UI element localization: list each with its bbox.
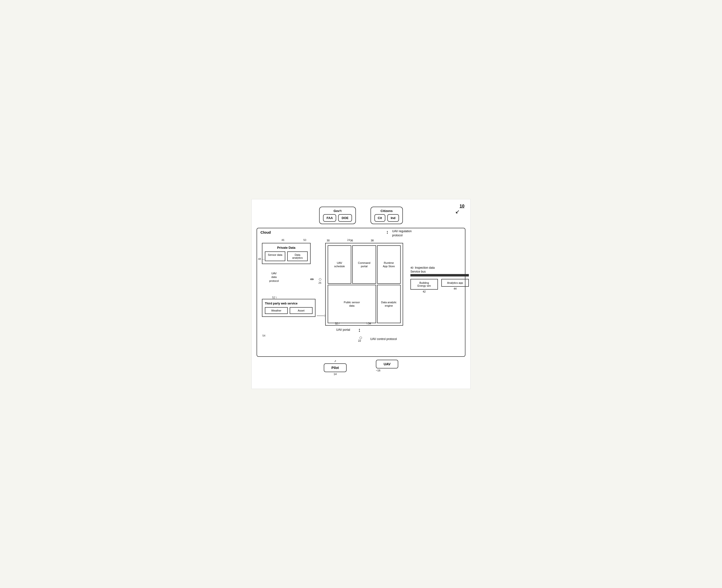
- pilot-box: Pilot: [324, 363, 347, 372]
- uav-reg-label: UAV regulationprotocol: [392, 229, 412, 237]
- citizens-boxes: Cit Ind: [374, 214, 399, 222]
- data-analytics-box: Data analytics: [287, 251, 308, 261]
- service-bus-line: [410, 274, 469, 276]
- ref-22: 22: [358, 339, 361, 342]
- cit-box: Cit: [374, 214, 385, 222]
- portal-ref-30: 30: [327, 239, 330, 242]
- analytics-app-col: Analytics app 44: [441, 279, 469, 293]
- asset-box: Asset: [290, 307, 313, 314]
- uav-reg-arrow: ↕: [386, 229, 389, 235]
- uav-data-protocol-label: UAVdataprotocol: [269, 272, 279, 283]
- pilot-ref: 14: [324, 373, 347, 376]
- third-party-title: Third party web service: [265, 302, 313, 305]
- faa-box: FAA: [323, 214, 336, 222]
- data-analytic-engine-cell: Data analyticengine: [377, 285, 401, 323]
- service-bus-area: 40 Inspection data Service bus BuildingE…: [410, 266, 469, 293]
- uav-control-label: UAV control protocol: [370, 337, 397, 341]
- ref-24: 24: [347, 238, 350, 241]
- top-entities-container: Gov't FAA DOE Citizens Cit Ind: [256, 207, 466, 224]
- private-data-inner: Sensor data Data analytics: [265, 251, 308, 261]
- analytics-app-box: Analytics app: [441, 279, 469, 287]
- private-data-box: Private Data Sensor data Data analytics: [262, 243, 311, 264]
- circle-connector-2: [359, 337, 362, 339]
- uav-box: UAV: [376, 360, 398, 369]
- bottom-entities: ↗ Pilot 14 UAV ~ 16: [256, 360, 466, 376]
- uav-entity: UAV ~ 16: [376, 360, 398, 376]
- portal-ref-34: \ 34: [367, 322, 371, 325]
- pilot-curve-label: ↗: [324, 360, 347, 363]
- inspection-data-label: Inspection data: [415, 266, 434, 269]
- ref-52: 52 \: [272, 296, 276, 299]
- citizens-label: Citizens: [374, 209, 399, 213]
- citizens-group: Citizens Cit Ind: [371, 207, 403, 224]
- cloud-box: Cloud 46 48 — 50 Private Data Sensor dat…: [256, 228, 466, 357]
- service-bus-boxes: BuildingEnergy sim 42 Analytics app 44: [410, 279, 469, 293]
- uav-ref-row: ~ 16: [376, 369, 398, 372]
- govt-label: Gov't: [323, 209, 352, 213]
- circle-connector-1: [319, 278, 321, 280]
- ref-40: 40: [410, 266, 413, 269]
- main-diagram: 10 ↙ Gov't FAA DOE Citizens Cit Ind Clou…: [251, 199, 471, 389]
- ref10-arrow: ↙: [455, 209, 459, 215]
- portal-bottom-arrow: ↕: [358, 327, 361, 333]
- weather-box: Weather: [265, 307, 288, 314]
- service-bus-label: Service bus: [410, 270, 469, 273]
- ref-46: 46: [282, 238, 284, 241]
- portal-ref-38: 38: [371, 239, 374, 242]
- third-party-box: Third party web service Weather Asset: [262, 299, 315, 317]
- ref-54: 54: [263, 334, 265, 337]
- building-energy-col: BuildingEnergy sim 42: [410, 279, 438, 293]
- uav-portal-box: 30 36 38 UAVschedule Commandportal Runti…: [325, 243, 403, 326]
- uav-schedule-cell: UAVschedule: [328, 245, 351, 284]
- uav-ref: 16: [377, 369, 380, 372]
- doe-box: DOE: [338, 214, 352, 222]
- portal-ref-32: 32 /: [335, 322, 339, 325]
- cloud-label: Cloud: [261, 230, 271, 234]
- ref-10: 10: [459, 204, 465, 209]
- ref-42: 42: [410, 290, 438, 293]
- private-data-title: Private Data: [265, 246, 308, 250]
- data-protocol-arrow: ⇔: [310, 276, 314, 282]
- command-portal-cell: Commandportal: [352, 245, 376, 284]
- ref-26: 26: [318, 281, 321, 284]
- sensor-data-box: Sensor data: [265, 251, 285, 261]
- third-party-inner: Weather Asset: [265, 307, 313, 314]
- govt-boxes: FAA DOE: [323, 214, 352, 222]
- runtime-app-store-cell: RuntimeApp Store: [377, 245, 401, 284]
- govt-group: Gov't FAA DOE: [319, 207, 356, 224]
- portal-grid: UAVschedule Commandportal RuntimeApp Sto…: [328, 245, 401, 323]
- building-energy-box: BuildingEnergy sim: [410, 279, 438, 290]
- portal-ref-36: 36: [350, 239, 353, 242]
- ref-44: 44: [441, 287, 469, 290]
- third-party-arrow: ——○: [317, 313, 326, 317]
- ref-50: 50: [303, 238, 306, 241]
- uav-portal-label: UAV portal: [336, 328, 350, 332]
- public-sensor-data-cell: Public sensordata: [328, 285, 376, 323]
- ind-box: Ind: [387, 214, 399, 222]
- pilot-entity: ↗ Pilot 14: [324, 360, 347, 376]
